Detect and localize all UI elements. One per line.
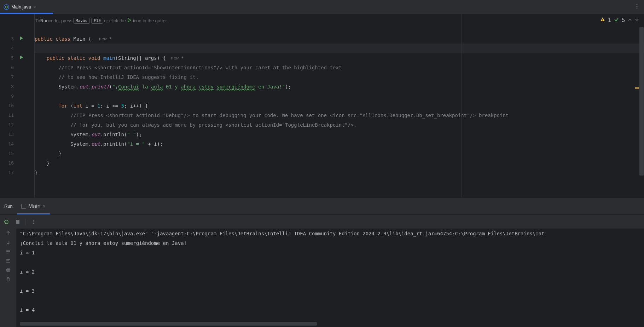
line-number: 9 [0, 91, 34, 101]
code-line-current [35, 44, 644, 53]
svg-point-1 [5, 6, 7, 8]
up-arrow-icon[interactable] [6, 231, 11, 237]
code-line: System.out.println(" "); [35, 130, 644, 139]
kbd-f10: F10 [91, 18, 103, 24]
run-toolbar [0, 214, 644, 229]
code-line: public class Main { new * [35, 34, 644, 44]
tab-active-indicator [0, 13, 53, 14]
editor-area: To Run code, press Mayús F10 or click th… [0, 14, 644, 197]
warning-icon [600, 17, 605, 23]
line-number: 5 [0, 53, 34, 63]
line-number: 8 [0, 82, 34, 91]
typo-check-icon [614, 17, 619, 23]
more-toolbar-icon[interactable] [30, 219, 37, 224]
svg-point-3 [637, 6, 638, 7]
run-tab-active-indicator [17, 213, 50, 214]
run-config-name: Main [28, 203, 41, 210]
svg-rect-6 [602, 21, 603, 21]
code-line: } [35, 158, 644, 168]
run-sidebar [0, 229, 16, 327]
run-tool-window-title[interactable]: Run [0, 203, 17, 209]
code-line: public static void main(String[] args) {… [35, 53, 644, 63]
down-arrow-icon[interactable] [6, 240, 11, 246]
print-icon[interactable] [6, 268, 11, 274]
editor-gutter[interactable]: 3 4 5 6 7 8 9 10 11 12 13 14 15 16 17 [0, 14, 35, 197]
code-line: } [35, 149, 644, 158]
chevron-up-icon[interactable] [628, 17, 632, 23]
console-line [20, 279, 640, 288]
code-line [35, 91, 644, 101]
code-editor[interactable]: public class Main { new * public static … [35, 14, 644, 197]
line-number: 16 [0, 158, 34, 168]
svg-point-8 [33, 220, 34, 221]
close-run-tab-icon[interactable]: × [43, 203, 46, 209]
run-panel-header: Run Main × [0, 197, 644, 214]
close-tab-icon[interactable]: × [33, 4, 36, 10]
svg-point-4 [637, 7, 638, 8]
code-line: } [35, 168, 644, 177]
run-config-icon [21, 204, 26, 209]
line-number: 13 [0, 130, 34, 139]
warning-stripe[interactable] [635, 87, 639, 89]
more-actions-icon[interactable] [634, 4, 640, 11]
code-line: for (int i = 1; i <= 5; i++) { [35, 101, 644, 110]
code-line: //TIP Press <shortcut actionId="Debug"/>… [35, 110, 644, 120]
hint-run-word: Run [40, 18, 49, 23]
hint-text: icon in the gutter. [133, 18, 168, 23]
hint-text: code, press [49, 18, 72, 23]
line-number: 17 [0, 168, 34, 177]
kbd-shift: Mayús [73, 18, 90, 24]
code-line: //TIP Press <shortcut actionId="ShowInte… [35, 63, 644, 72]
console-line: i = 4 [20, 307, 640, 317]
code-line: // to see how IntelliJ IDEA suggests fix… [35, 72, 644, 82]
console-line [20, 259, 640, 269]
scroll-to-end-icon[interactable] [6, 258, 11, 265]
svg-rect-12 [7, 268, 9, 269]
line-number: 15 [0, 149, 34, 158]
trash-icon[interactable] [6, 277, 11, 283]
run-config-tab[interactable]: Main × [17, 198, 50, 214]
svg-rect-7 [16, 220, 19, 224]
console-line [20, 298, 640, 307]
horizontal-scrollbar[interactable] [20, 322, 317, 326]
code-line: // for you, but you can always add more … [35, 120, 644, 130]
console-area: "C:\Program Files\Java\jdk-17\bin\java.e… [0, 229, 644, 327]
java-class-icon [4, 4, 9, 10]
console-line: i = 1 [20, 250, 640, 259]
svg-rect-5 [602, 19, 603, 20]
line-number: 4 [0, 44, 34, 53]
run-gutter-icon[interactable] [19, 36, 24, 41]
console-line: i = 2 [20, 269, 640, 279]
toolbar-separator [25, 219, 26, 225]
svg-point-0 [4, 5, 9, 10]
file-tab-label: Main.java [11, 4, 31, 10]
line-number: 14 [0, 139, 34, 149]
play-icon-inline [127, 18, 132, 23]
typo-count: 5 [622, 17, 625, 23]
code-line: System.out.printf("¡Concluí la aula 01 y… [35, 82, 644, 91]
svg-point-9 [33, 221, 34, 222]
file-tab-main[interactable]: Main.java × [0, 0, 40, 14]
inspections-widget[interactable]: 1 5 [600, 17, 639, 23]
line-number: 12 [0, 120, 34, 130]
svg-point-2 [637, 4, 638, 5]
line-number: 11 [0, 110, 34, 120]
line-number: 7 [0, 72, 34, 82]
line-number: 6 [0, 63, 34, 72]
svg-point-10 [33, 223, 34, 224]
hint-text: To [35, 18, 40, 23]
console-output[interactable]: "C:\Program Files\Java\jdk-17\bin\java.e… [16, 229, 644, 327]
rerun-icon[interactable] [3, 219, 10, 225]
vertical-scrollbar[interactable] [639, 27, 644, 176]
chevron-down-icon[interactable] [635, 17, 639, 23]
code-line: System.out.println("i = " + i); [35, 139, 644, 149]
editor-tab-bar: Main.java × [0, 0, 644, 14]
console-line: ¡Concluí la aula 01 y ahora estoy sumerg… [20, 240, 640, 250]
line-number: 3 [0, 34, 34, 44]
right-margin-guide [462, 14, 462, 197]
soft-wrap-icon[interactable] [6, 249, 11, 256]
stop-icon[interactable] [14, 219, 21, 224]
console-line: i = 3 [20, 288, 640, 298]
line-number: 10 [0, 101, 34, 110]
run-gutter-icon[interactable] [19, 55, 24, 61]
